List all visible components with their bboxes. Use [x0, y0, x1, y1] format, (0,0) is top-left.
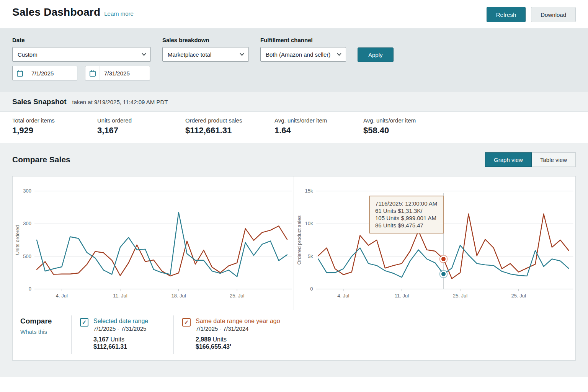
svg-text:11. Jul: 11. Jul — [113, 293, 127, 299]
svg-text:0: 0 — [310, 286, 313, 292]
tooltip-line: 105 Units $,999.001 AM — [375, 214, 437, 222]
units-word: Units — [111, 336, 124, 343]
snapshot-timestamp: taken at 9/19/2025, 11:42:09 AM PDT — [72, 99, 168, 105]
tooltip-line: 86 Units $9,475.47 — [375, 222, 437, 229]
svg-text:25. Jul: 25. Jul — [453, 293, 467, 299]
date-range-select[interactable]: Custom — [12, 47, 151, 62]
svg-text:10k: 10k — [305, 220, 313, 226]
units-count: 2,989 — [196, 336, 211, 343]
page-title: Sales Dashboard — [12, 6, 100, 18]
svg-text:300: 300 — [23, 220, 31, 226]
svg-text:0: 0 — [29, 286, 31, 292]
legend-item-range: 7/1/2025 - 7/31/2024 — [196, 325, 280, 332]
svg-text:4. Jul: 4. Jul — [337, 293, 349, 299]
legend-item-units: 3,167 Units — [93, 336, 148, 343]
svg-text:500: 500 — [23, 253, 31, 259]
metric-label: Total order items — [12, 117, 97, 124]
metric-ordered-product-sales: Ordered product sales $112,661.31 — [185, 117, 274, 143]
svg-text:Units ordered: Units ordered — [15, 225, 20, 255]
sales-snapshot-header: Sales Snapshot taken at 9/19/2025, 11:42… — [0, 92, 588, 112]
svg-text:4. Jul: 4. Jul — [56, 293, 68, 299]
metric-label: Ordered product sales — [185, 117, 274, 124]
fulfillment-channel-value: Both (Amazon and seller) — [266, 51, 330, 58]
date-from-value: 7/1/2025 — [27, 70, 54, 77]
svg-text:Ordered product sales: Ordered product sales — [296, 215, 302, 265]
svg-text:11. Jul: 11. Jul — [395, 293, 409, 299]
calendar-icon[interactable] — [85, 66, 100, 80]
units-count: 3,167 — [93, 336, 109, 343]
metric-value: $112,661.31 — [185, 126, 274, 136]
units-ordered-chart[interactable]: 3003005000Units ordered4. Jul11. Jul18. … — [13, 176, 294, 310]
date-to-value: 7/31/2025 — [100, 70, 130, 77]
svg-text:25. Jul: 25. Jul — [511, 293, 526, 299]
compare-sales-title: Compare Sales — [12, 155, 70, 164]
legend-item-label: Selected date range — [93, 318, 148, 325]
compare-sales-section: Compare Sales Graph view Table view 3003… — [0, 143, 588, 377]
selected-range-checkbox[interactable]: ✓ — [80, 318, 88, 327]
sales-breakdown-select[interactable]: Marketplace total — [162, 47, 249, 62]
svg-text:5k: 5k — [308, 253, 313, 259]
graph-view-button[interactable]: Graph view — [485, 152, 532, 167]
sales-snapshot-title: Sales Snapshot — [12, 98, 67, 106]
year-ago-checkbox[interactable]: ✓ — [182, 318, 191, 327]
chevron-down-icon — [337, 51, 341, 56]
svg-text:15k: 15k — [305, 188, 313, 194]
legend-item-selected-range: ✓ Selected date range 7/1/2025 - 7/31/20… — [72, 317, 173, 350]
chart-svg: 3003005000Units ordered4. Jul11. Jul18. … — [13, 176, 294, 310]
sales-breakdown-value: Marketplace total — [168, 51, 211, 58]
metric-label: Avg. units/order item — [363, 117, 416, 124]
metric-label: Avg. units/order item — [274, 117, 363, 124]
date-range-value: Custom — [18, 51, 38, 58]
svg-text:25. Jul: 25. Jul — [230, 293, 244, 299]
snapshot-metrics-row: Total order items 1,929 Units ordered 3,… — [0, 112, 588, 143]
chart-legend: Compare Whats this ✓ Selected date range… — [13, 310, 575, 360]
chevron-down-icon — [142, 51, 146, 56]
view-toggle: Graph view Table view — [485, 152, 576, 167]
metric-units-ordered: Units ordered 3,167 — [97, 117, 185, 143]
filter-bar: Date Custom 7/1/2025 — [0, 28, 588, 92]
chart-tooltip: 7116/2025: 12:00:00 AM61 Units $1,31.3K/… — [369, 196, 444, 234]
metric-avg-sales-order-item: Avg. units/order item $58.40 — [363, 117, 416, 143]
learn-more-link[interactable]: Learn more — [104, 10, 134, 17]
refresh-button[interactable]: Refresh — [487, 7, 526, 22]
apply-button[interactable]: Apply — [358, 47, 394, 62]
metric-label: Units ordered — [97, 117, 185, 124]
download-button[interactable]: Download — [531, 7, 576, 22]
tooltip-line: 7116/2025: 12:00:00 AM — [375, 200, 437, 207]
legend-item-year-ago: ✓ Same date range one year ago 7/1/2025 … — [174, 317, 295, 350]
metric-total-order-items: Total order items 1,929 — [12, 117, 97, 143]
svg-text:300: 300 — [23, 188, 31, 194]
fulfillment-channel-label: Fulfillment channel — [260, 37, 346, 43]
legend-title: Compare — [20, 317, 71, 325]
whats-this-link[interactable]: Whats this — [20, 328, 47, 335]
date-filter-label: Date — [12, 37, 151, 43]
legend-item-sales: $166,655.43' — [196, 343, 280, 350]
table-view-button[interactable]: Table view — [532, 152, 576, 167]
legend-item-label: Same date range one year ago — [196, 318, 280, 325]
chevron-down-icon — [240, 51, 244, 56]
calendar-icon[interactable] — [13, 66, 27, 80]
metric-value: 1,929 — [12, 126, 97, 136]
legend-item-sales: $112,661.31 — [93, 343, 148, 350]
legend-item-range: 7/1/2025 - 7/31/2025 — [93, 325, 148, 332]
metric-value: 3,167 — [97, 126, 185, 136]
date-from-input[interactable]: 7/1/2025 — [12, 66, 77, 80]
units-word: Units — [213, 336, 227, 343]
fulfillment-channel-select[interactable]: Both (Amazon and seller) — [260, 47, 346, 62]
metric-value: 1.64 — [274, 126, 363, 136]
legend-item-units: 2,989 Units — [196, 336, 280, 343]
date-to-input[interactable]: 7/31/2025 — [85, 66, 150, 80]
ordered-product-sales-chart[interactable]: 15k10k5k0Ordered product sales4. Jul11. … — [294, 176, 575, 310]
tooltip-line: 61 Units $1,31.3K/ — [375, 207, 437, 214]
metric-avg-units-order-item: Avg. units/order item 1.64 — [274, 117, 363, 143]
compare-sales-panel: 3003005000Units ordered4. Jul11. Jul18. … — [12, 176, 576, 361]
sales-breakdown-label: Sales breakdown — [162, 37, 249, 43]
metric-value: $58.40 — [363, 126, 416, 136]
page-header: Sales Dashboard Learn more Refresh Downl… — [0, 0, 588, 28]
svg-text:18. Jul: 18. Jul — [171, 293, 186, 299]
